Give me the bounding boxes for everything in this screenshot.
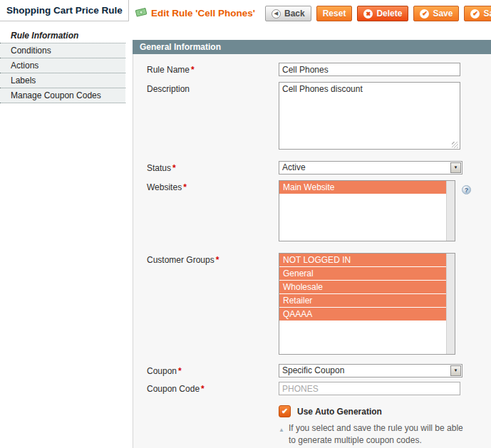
option-general[interactable]: General xyxy=(279,267,446,280)
customer-groups-label: Customer Groups* xyxy=(147,253,279,265)
price-rule-icon xyxy=(135,6,147,20)
required-asterisk: * xyxy=(172,163,176,173)
description-label: Description xyxy=(147,82,279,94)
rule-name-row: Rule Name* xyxy=(147,63,491,76)
coupon-code-row: Coupon Code* xyxy=(147,382,491,395)
required-asterisk: * xyxy=(183,182,187,192)
reset-button[interactable]: Reset xyxy=(316,6,353,21)
content-header: Edit Rule 'Cell Phones' ◀ Back Reset ✖ D… xyxy=(133,0,491,40)
save-check-icon: ✔ xyxy=(420,9,429,19)
use-auto-generation-label: Use Auto Generation xyxy=(297,407,382,417)
sidebar-item-conditions[interactable]: Conditions xyxy=(0,43,125,58)
back-arrow-icon: ◀ xyxy=(272,9,281,19)
auto-generation-row: ✔ Use Auto Generation ▲ If you select an… xyxy=(147,405,491,447)
customer-groups-multiselect[interactable]: NOT LOGGED IN General Wholesale Retailer… xyxy=(279,253,455,355)
status-select[interactable]: Active ▼ xyxy=(279,161,462,174)
auto-generation-check-row: ✔ Use Auto Generation xyxy=(279,405,470,417)
websites-label: Websites* xyxy=(147,180,279,192)
chevron-down-icon[interactable]: ▼ xyxy=(450,162,461,173)
use-auto-generation-checkbox[interactable]: ✔ xyxy=(279,405,291,417)
status-label: Status* xyxy=(147,161,279,173)
coupon-code-label: Coupon Code* xyxy=(147,382,279,394)
save-button[interactable]: ✔ Save xyxy=(413,6,459,21)
status-select-value: Active xyxy=(282,162,306,172)
page-heading-text: Edit Rule 'Cell Phones' xyxy=(151,8,255,19)
note-triangle-icon: ▲ xyxy=(279,422,284,447)
description-row: Description Cell Phones discount xyxy=(147,82,491,152)
chevron-down-icon[interactable]: ▼ xyxy=(450,365,461,376)
description-textarea-wrap: Cell Phones discount xyxy=(279,82,460,152)
delete-button-label: Delete xyxy=(376,9,402,19)
sidebar-item-labels[interactable]: Labels xyxy=(0,73,125,88)
customer-groups-row: Customer Groups* NOT LOGGED IN General W… xyxy=(147,253,491,355)
auto-generation-note: ▲ If you select and save the rule you wi… xyxy=(279,422,470,447)
description-textarea[interactable]: Cell Phones discount xyxy=(279,82,460,150)
scrollbar-track[interactable] xyxy=(446,254,455,354)
required-asterisk: * xyxy=(201,384,205,394)
option-retailer[interactable]: Retailer xyxy=(279,294,446,307)
required-asterisk: * xyxy=(178,366,182,376)
option-wholesale[interactable]: Wholesale xyxy=(279,281,446,293)
option-qaaaa[interactable]: QAAAA xyxy=(279,308,446,321)
sidebar-item-actions[interactable]: Actions xyxy=(0,58,125,73)
general-information-panel: General Information Rule Name* Descripti… xyxy=(133,40,491,448)
required-asterisk: * xyxy=(216,255,219,265)
sidebar-menu: Rule Information Conditions Actions Labe… xyxy=(0,28,125,103)
general-information-fieldset: Rule Name* Description Cell Phones disco… xyxy=(133,54,491,448)
section-header: General Information xyxy=(133,40,491,54)
sidebar-title: Shopping Cart Price Rule xyxy=(0,0,129,21)
back-button[interactable]: ◀ Back xyxy=(265,6,311,21)
back-button-label: Back xyxy=(284,9,305,19)
websites-row: Websites* Main Website ? xyxy=(147,180,491,241)
save-and-continue-label: Save and Continue Edit xyxy=(483,9,491,19)
toolbar: ◀ Back Reset ✖ Delete ✔ Save ✔ Save and … xyxy=(265,6,491,21)
help-icon[interactable]: ? xyxy=(462,185,471,194)
save-button-label: Save xyxy=(433,9,453,19)
option-not-logged-in[interactable]: NOT LOGGED IN xyxy=(279,254,446,266)
sidebar-item-manage-coupon-codes[interactable]: Manage Coupon Codes xyxy=(0,88,125,103)
save-and-continue-button[interactable]: ✔ Save and Continue Edit xyxy=(464,6,491,21)
check-icon: ✔ xyxy=(281,407,288,416)
sidebar: Shopping Cart Price Rule Rule Informatio… xyxy=(0,0,129,103)
required-asterisk: * xyxy=(191,65,195,75)
coupon-label: Coupon* xyxy=(147,364,279,376)
auto-generation-spacer xyxy=(147,405,279,407)
delete-button[interactable]: ✖ Delete xyxy=(357,6,408,21)
status-row: Status* Active ▼ xyxy=(147,161,491,174)
page-heading: Edit Rule 'Cell Phones' xyxy=(135,6,255,20)
sidebar-item-rule-information[interactable]: Rule Information xyxy=(0,28,125,43)
auto-generation-block: ✔ Use Auto Generation ▲ If you select an… xyxy=(279,405,470,447)
note-text: If you select and save the rule you will… xyxy=(289,422,470,447)
option-main-website[interactable]: Main Website xyxy=(279,181,446,194)
coupon-code-input[interactable] xyxy=(279,382,460,395)
coupon-select[interactable]: Specific Coupon ▼ xyxy=(279,364,462,377)
rule-name-input[interactable] xyxy=(279,63,460,76)
coupon-row: Coupon* Specific Coupon ▼ xyxy=(147,364,491,377)
websites-multiselect[interactable]: Main Website xyxy=(279,180,455,241)
scrollbar-track[interactable] xyxy=(446,181,455,241)
rule-name-label: Rule Name* xyxy=(147,63,279,75)
coupon-select-value: Specific Coupon xyxy=(282,365,344,375)
main-content: Edit Rule 'Cell Phones' ◀ Back Reset ✖ D… xyxy=(133,0,491,448)
delete-x-icon: ✖ xyxy=(363,9,373,19)
websites-control: Main Website ? xyxy=(279,180,471,241)
save-check-icon: ✔ xyxy=(470,9,480,19)
shopping-cart-price-rule-page: Shopping Cart Price Rule Rule Informatio… xyxy=(0,0,491,448)
